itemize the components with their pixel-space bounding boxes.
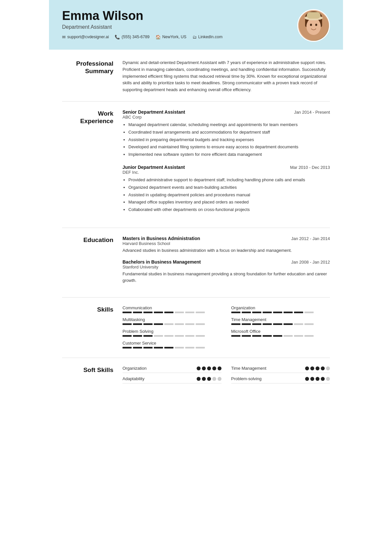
svg-rect-8 (307, 12, 320, 19)
divider-2 (62, 228, 330, 228)
edu-header-1: Bachelors in Business ManagementJan 2008… (122, 259, 330, 265)
skill-segment-5-4 (273, 335, 282, 337)
skill-segment-0-7 (196, 312, 205, 313)
photo-avatar (298, 9, 329, 42)
job-title-0: Senior Department Assistant (122, 109, 185, 115)
contact-item-linkedin: 🗂LinkedIn.com (192, 35, 222, 40)
skill-name-2: Multitasking (122, 317, 221, 322)
contact-text-location: NewYork, US (162, 35, 187, 39)
skill-bar-5 (231, 335, 330, 337)
skill-segment-3-7 (304, 323, 314, 325)
skill-name-3: Time Management (231, 317, 330, 322)
soft-dot-1-2 (316, 366, 319, 370)
job-bullet-1-0: Provided administrative support to depar… (128, 177, 330, 184)
soft-skill-name-0: Organization (122, 366, 147, 371)
header-info: Emma Wilson Department Assistant ✉suppor… (62, 9, 291, 40)
contact-text-linkedin: LinkedIn.com (198, 35, 222, 39)
education-content: Masters in Business AdministrationJan 20… (122, 236, 330, 290)
skill-segment-4-7 (196, 335, 205, 337)
skill-segment-5-0 (231, 335, 240, 337)
skills-label: Skills (62, 305, 122, 350)
skill-segment-6-4 (164, 347, 173, 348)
soft-skills-label: Soft Skills (62, 366, 122, 383)
soft-dot-0-1 (202, 366, 206, 370)
contact-item-location: 🏠NewYork, US (155, 35, 187, 40)
skill-segment-6-0 (122, 347, 132, 348)
edu-desc-0: Advanced studies in business administrat… (122, 247, 330, 254)
job-bullet-1-3: Managed office supplies inventory and pl… (128, 199, 330, 206)
skill-segment-1-5 (284, 312, 293, 313)
skill-item-1: Organization (231, 305, 330, 313)
education-label: Education (62, 236, 122, 290)
soft-dot-0-4 (218, 366, 221, 370)
skill-segment-6-1 (133, 347, 142, 348)
summary-text: Dynamic and detail-oriented Department A… (122, 59, 330, 93)
soft-dot-0-2 (207, 366, 211, 370)
edu-desc-1: Fundamental studies in business manageme… (122, 271, 330, 283)
skills-content: CommunicationOrganizationMultitaskingTim… (122, 305, 330, 350)
skill-segment-1-0 (231, 312, 240, 313)
skill-segment-0-5 (175, 312, 184, 313)
skill-segment-3-6 (294, 323, 303, 325)
candidate-photo (297, 9, 330, 42)
skill-segment-1-7 (304, 312, 314, 313)
skill-segment-4-1 (133, 335, 142, 337)
soft-skill-dots-1 (305, 366, 330, 370)
soft-skills-section: Soft Skills OrganizationTime ManagementA… (62, 366, 330, 383)
soft-dot-3-4 (326, 377, 330, 381)
edu-school-0: Harvard Business School (122, 241, 330, 246)
job-bullet-0-4: Implemented new software system for more… (128, 151, 330, 158)
skill-segment-0-4 (164, 312, 173, 313)
skill-segment-0-1 (133, 312, 142, 313)
skill-segment-3-0 (231, 323, 240, 325)
edu-header-0: Masters in Business AdministrationJan 20… (122, 236, 330, 241)
job-block-0: Senior Department AssistantJan 2014 - Pr… (122, 109, 330, 158)
skill-segment-5-7 (304, 335, 314, 337)
soft-dot-2-0 (197, 377, 201, 381)
skills-section: Skills CommunicationOrganizationMultitas… (62, 305, 330, 350)
soft-dot-1-4 (326, 366, 330, 370)
skill-item-6: Customer Service (122, 341, 221, 348)
skill-item-2: Multitasking (122, 317, 221, 325)
edu-date-0: Jan 2012 - Jan 2014 (291, 236, 330, 241)
skill-segment-4-6 (185, 335, 194, 337)
contact-icon-location: 🏠 (155, 35, 161, 40)
soft-dot-2-3 (212, 377, 216, 381)
work-content: Senior Department AssistantJan 2014 - Pr… (122, 109, 330, 220)
skill-segment-4-2 (143, 335, 153, 337)
soft-skill-name-3: Problem-solving (231, 376, 262, 381)
job-bullet-0-1: Coordinated travel arrangements and acco… (128, 129, 330, 136)
skill-segment-4-3 (154, 335, 163, 337)
soft-skill-dots-0 (197, 366, 221, 370)
skill-name-6: Customer Service (122, 341, 221, 346)
skill-segment-5-1 (242, 335, 251, 337)
edu-degree-1: Bachelors in Business Management (122, 259, 201, 265)
svg-point-5 (310, 24, 312, 26)
soft-skills-content: OrganizationTime ManagementAdaptabilityP… (122, 366, 330, 383)
soft-skill-item-2: Adaptability (122, 376, 221, 383)
summary-label: ProfessionalSummary (62, 59, 122, 93)
skill-segment-2-0 (122, 323, 132, 325)
soft-dot-0-3 (212, 366, 216, 370)
soft-skill-dots-2 (197, 377, 221, 381)
work-section: WorkExperience Senior Department Assista… (62, 109, 330, 220)
soft-dot-1-0 (305, 366, 309, 370)
skill-bar-0 (122, 312, 221, 313)
contact-list: ✉support@cvdesigner.ai📞(555) 345-6789🏠Ne… (62, 35, 291, 40)
skill-item-4: Problem Solving (122, 329, 221, 337)
summary-section: ProfessionalSummary Dynamic and detail-o… (62, 59, 330, 93)
skill-bar-2 (122, 323, 221, 325)
skill-segment-0-6 (185, 312, 194, 313)
skill-bar-1 (231, 312, 330, 313)
edu-block-0: Masters in Business AdministrationJan 20… (122, 236, 330, 254)
job-company-0: ABC Corp (122, 115, 330, 120)
job-bullet-0-0: Managed department calendar, scheduling … (128, 121, 330, 128)
skill-name-5: Microsoft Office (231, 329, 330, 334)
skill-bar-6 (122, 347, 221, 348)
contact-text-phone: (555) 345-6789 (122, 35, 149, 39)
skill-segment-1-4 (273, 312, 282, 313)
soft-dot-2-2 (207, 377, 211, 381)
skills-grid: CommunicationOrganizationMultitaskingTim… (122, 305, 330, 350)
soft-skill-dots-3 (305, 377, 330, 381)
skill-segment-5-5 (284, 335, 293, 337)
